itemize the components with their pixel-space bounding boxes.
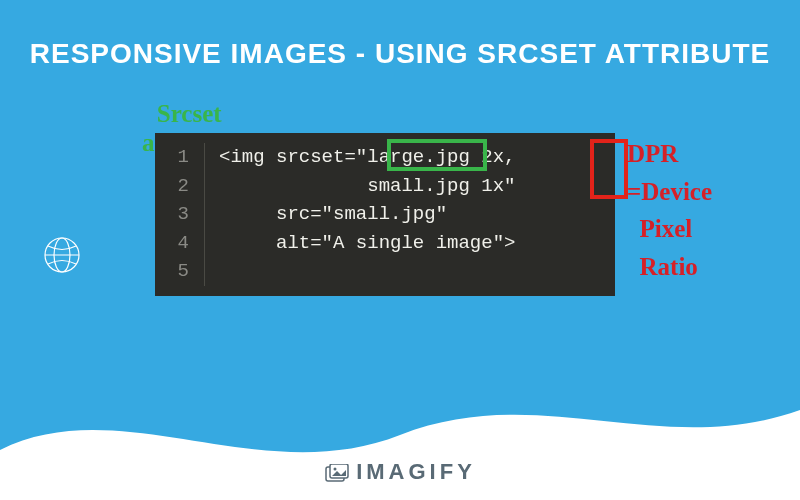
line-number: 3: [155, 200, 205, 229]
footer-logo: IMAGIFY: [0, 459, 800, 485]
code-line: 1 <img srcset="large.jpg 2x,: [155, 143, 615, 172]
line-number: 1: [155, 143, 205, 172]
globe-icon: [42, 235, 82, 275]
line-text: src="small.jpg": [205, 200, 447, 229]
line-text: [205, 257, 219, 286]
code-line: 4 alt="A single image">: [155, 229, 615, 258]
code-block: 1 <img srcset="large.jpg 2x, 2 small.jpg…: [155, 133, 615, 296]
imagify-logo-icon: [324, 462, 350, 485]
footer-brand-text: IMAGIFY: [356, 459, 476, 484]
line-text: alt="A single image">: [205, 229, 515, 258]
code-line: 5: [155, 257, 615, 286]
line-number: 5: [155, 257, 205, 286]
svg-point-5: [334, 468, 337, 471]
dpr-annotation: DPR =Device Pixel Ratio: [627, 135, 712, 285]
line-text: small.jpg 1x": [205, 172, 515, 201]
page-title: RESPONSIVE IMAGES - USING SRCSET ATTRIBU…: [0, 0, 800, 70]
code-line: 3 src="small.jpg": [155, 200, 615, 229]
line-number: 2: [155, 172, 205, 201]
line-number: 4: [155, 229, 205, 258]
line-text: <img srcset="large.jpg 2x,: [205, 143, 515, 172]
code-line: 2 small.jpg 1x": [155, 172, 615, 201]
